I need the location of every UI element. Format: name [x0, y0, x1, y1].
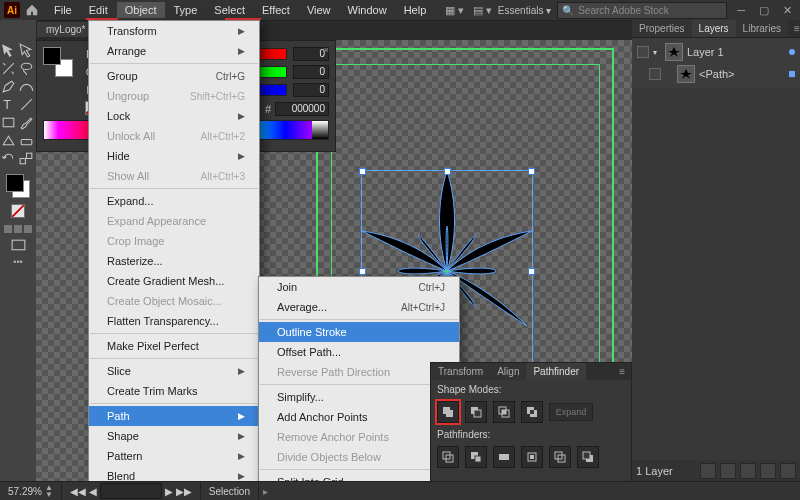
- pen-tool-icon[interactable]: [0, 78, 17, 95]
- menu-item-create-trim-marks[interactable]: Create Trim Marks: [89, 381, 259, 401]
- delete-layer-icon[interactable]: [780, 463, 796, 479]
- menu-item-transform[interactable]: Transform▶: [89, 21, 259, 41]
- crop-button[interactable]: [521, 446, 543, 468]
- line-tool-icon[interactable]: [18, 96, 35, 113]
- menu-help[interactable]: Help: [396, 2, 435, 18]
- window-maximize-icon[interactable]: ▢: [755, 4, 773, 17]
- bridge-icon[interactable]: ▦ ▾: [445, 4, 464, 17]
- menu-item-shape[interactable]: Shape▶: [89, 426, 259, 446]
- type-tool-icon[interactable]: T: [0, 96, 17, 113]
- selection-indicator[interactable]: [789, 71, 795, 77]
- menu-select[interactable]: Select: [206, 2, 253, 18]
- layer-row-top[interactable]: ▾ Layer 1: [635, 41, 797, 63]
- curvature-tool-icon[interactable]: [18, 78, 35, 95]
- divide-button[interactable]: [437, 446, 459, 468]
- eraser-tool-icon[interactable]: [18, 132, 35, 149]
- menu-item-pattern[interactable]: Pattern▶: [89, 446, 259, 466]
- menu-item-divide-objects-below: Divide Objects Below: [259, 447, 459, 467]
- unite-button[interactable]: [437, 401, 459, 423]
- tab-align[interactable]: Align: [490, 363, 526, 380]
- scale-tool-icon[interactable]: [18, 150, 35, 167]
- window-minimize-icon[interactable]: ─: [733, 4, 749, 16]
- menu-edit[interactable]: Edit: [81, 2, 116, 18]
- layer-name[interactable]: Layer 1: [687, 46, 724, 58]
- menu-item-rasterize-[interactable]: Rasterize...: [89, 251, 259, 271]
- panel-menu-icon[interactable]: ≡: [613, 363, 631, 380]
- window-close-icon[interactable]: ✕: [779, 4, 796, 17]
- status-menu-icon[interactable]: ▸: [263, 486, 268, 497]
- menu-file[interactable]: File: [46, 2, 80, 18]
- paintbrush-tool-icon[interactable]: [18, 114, 35, 131]
- panel-close-icon[interactable]: ×: [324, 45, 329, 55]
- color-none-icon[interactable]: [11, 204, 25, 218]
- fill-swatch[interactable]: [6, 174, 24, 192]
- menu-item-arrange[interactable]: Arrange▶: [89, 41, 259, 61]
- b-value[interactable]: 0: [293, 83, 329, 97]
- shaper-tool-icon[interactable]: [0, 132, 17, 149]
- menu-item-slice[interactable]: Slice▶: [89, 361, 259, 381]
- menu-item-make-pixel-perfect[interactable]: Make Pixel Perfect: [89, 336, 259, 356]
- menu-item-simplify-[interactable]: Simplify...: [259, 387, 459, 407]
- merge-button[interactable]: [493, 446, 515, 468]
- make-clip-icon[interactable]: [720, 463, 736, 479]
- workspace-switcher[interactable]: Essentials ▾: [498, 5, 551, 16]
- target-indicator[interactable]: [789, 49, 795, 55]
- intersect-button[interactable]: [493, 401, 515, 423]
- new-sublayer-icon[interactable]: [740, 463, 756, 479]
- menu-item-average-[interactable]: Average...Alt+Ctrl+J: [259, 297, 459, 317]
- expand-button[interactable]: Expand: [549, 403, 593, 421]
- draw-mode-buttons[interactable]: [4, 225, 32, 233]
- menu-object[interactable]: Object: [117, 2, 165, 18]
- menu-item-hide[interactable]: Hide▶: [89, 146, 259, 166]
- panel-menu-icon[interactable]: ≡: [788, 20, 800, 37]
- edit-toolbar-icon[interactable]: •••: [13, 257, 22, 267]
- trim-button[interactable]: [465, 446, 487, 468]
- menu-item-group[interactable]: GroupCtrl+G: [89, 66, 259, 86]
- stock-search[interactable]: 🔍 Search Adobe Stock: [557, 2, 727, 19]
- screen-mode-icon[interactable]: [10, 237, 27, 254]
- sublayer-name[interactable]: <Path>: [699, 68, 734, 80]
- minus-back-button[interactable]: [577, 446, 599, 468]
- visibility-toggle-icon[interactable]: [649, 68, 661, 80]
- tab-transform[interactable]: Transform: [431, 363, 490, 380]
- menu-item-outline-stroke[interactable]: Outline Stroke: [259, 322, 459, 342]
- zoom-level[interactable]: 57.29% ▲▼: [0, 482, 62, 500]
- selection-tool-icon[interactable]: [0, 42, 17, 59]
- tab-layers[interactable]: Layers: [692, 20, 736, 37]
- menu-item-flatten-transparency-[interactable]: Flatten Transparency...: [89, 311, 259, 331]
- rectangle-tool-icon[interactable]: [0, 114, 17, 131]
- menu-type[interactable]: Type: [166, 2, 206, 18]
- menu-item-lock[interactable]: Lock▶: [89, 106, 259, 126]
- hex-field[interactable]: 000000: [275, 102, 329, 116]
- menu-item-create-gradient-mesh-[interactable]: Create Gradient Mesh...: [89, 271, 259, 291]
- minus-front-button[interactable]: [465, 401, 487, 423]
- layer-row-path[interactable]: <Path>: [635, 63, 797, 85]
- outline-button[interactable]: [549, 446, 571, 468]
- new-layer-icon[interactable]: [760, 463, 776, 479]
- panel-fill-swatch[interactable]: [43, 47, 61, 65]
- disclosure-icon[interactable]: ▾: [653, 48, 661, 57]
- menu-effect[interactable]: Effect: [254, 2, 298, 18]
- tab-properties[interactable]: Properties: [632, 20, 692, 37]
- menu-item-join[interactable]: JoinCtrl+J: [259, 277, 459, 297]
- tab-pathfinder[interactable]: Pathfinder: [526, 363, 586, 380]
- magic-wand-tool-icon[interactable]: [0, 60, 17, 77]
- home-icon[interactable]: [25, 3, 39, 17]
- menu-item-offset-path-[interactable]: Offset Path...: [259, 342, 459, 362]
- visibility-toggle-icon[interactable]: [637, 46, 649, 58]
- lasso-tool-icon[interactable]: [18, 60, 35, 77]
- artboard-nav[interactable]: ◀◀◀ ▶▶▶: [62, 482, 201, 500]
- menu-view[interactable]: View: [299, 2, 339, 18]
- menu-item-expand-[interactable]: Expand...: [89, 191, 259, 211]
- locate-object-icon[interactable]: [700, 463, 716, 479]
- tab-libraries[interactable]: Libraries: [736, 20, 788, 37]
- g-value[interactable]: 0: [293, 65, 329, 79]
- direct-selection-tool-icon[interactable]: [18, 42, 35, 59]
- arrange-docs-icon[interactable]: ▤ ▾: [473, 4, 492, 17]
- menu-item-add-anchor-points[interactable]: Add Anchor Points: [259, 407, 459, 427]
- rotate-tool-icon[interactable]: [0, 150, 17, 167]
- menu-item-path[interactable]: Path▶: [89, 406, 259, 426]
- fill-stroke-swatch[interactable]: [6, 174, 30, 198]
- exclude-button[interactable]: [521, 401, 543, 423]
- menu-window[interactable]: Window: [340, 2, 395, 18]
